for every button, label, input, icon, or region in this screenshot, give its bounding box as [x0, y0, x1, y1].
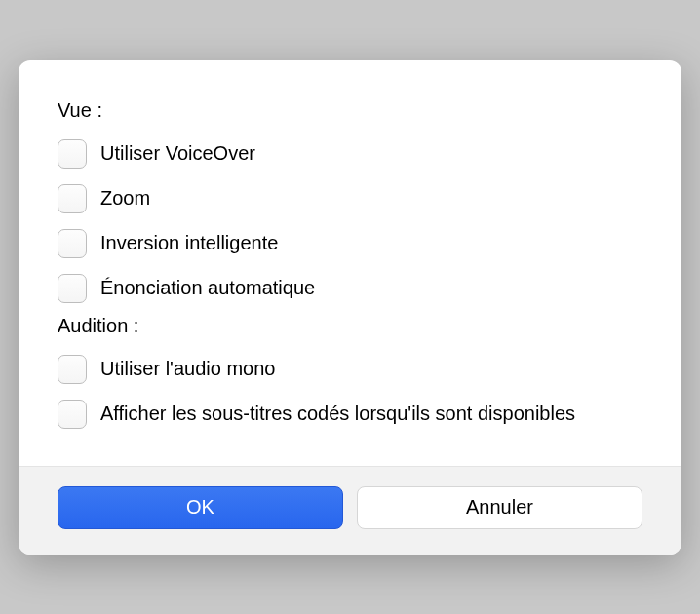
checkbox-smart-invert[interactable] — [58, 229, 87, 258]
dialog-content: Vue : Utiliser VoiceOver Zoom Inversion … — [19, 60, 681, 466]
label-smart-invert: Inversion intelligente — [100, 232, 278, 254]
option-zoom: Zoom — [58, 176, 642, 221]
cancel-button[interactable]: Annuler — [357, 486, 642, 529]
option-voiceover: Utiliser VoiceOver — [58, 132, 642, 176]
option-smart-invert: Inversion intelligente — [58, 221, 642, 266]
checkbox-zoom[interactable] — [58, 184, 87, 213]
checkbox-voiceover[interactable] — [58, 139, 87, 169]
label-closed-captions: Afficher les sous-titres codés lorsqu'il… — [100, 403, 575, 425]
checkbox-auto-speak[interactable] — [58, 274, 87, 303]
checkbox-closed-captions[interactable] — [58, 400, 87, 429]
ok-button[interactable]: OK — [58, 486, 343, 529]
dialog-footer: OK Annuler — [19, 466, 681, 555]
option-closed-captions: Afficher les sous-titres codés lorsqu'il… — [58, 392, 642, 437]
accessibility-dialog: Vue : Utiliser VoiceOver Zoom Inversion … — [19, 60, 681, 555]
checkbox-mono-audio[interactable] — [58, 355, 87, 384]
label-voiceover: Utiliser VoiceOver — [100, 142, 255, 165]
hearing-section-label: Audition : — [58, 315, 642, 337]
label-mono-audio: Utiliser l'audio mono — [100, 358, 275, 380]
label-auto-speak: Énonciation automatique — [100, 277, 315, 299]
option-mono-audio: Utiliser l'audio mono — [58, 347, 642, 392]
option-auto-speak: Énonciation automatique — [58, 266, 642, 311]
label-zoom: Zoom — [100, 187, 150, 210]
vision-section-label: Vue : — [58, 99, 642, 122]
